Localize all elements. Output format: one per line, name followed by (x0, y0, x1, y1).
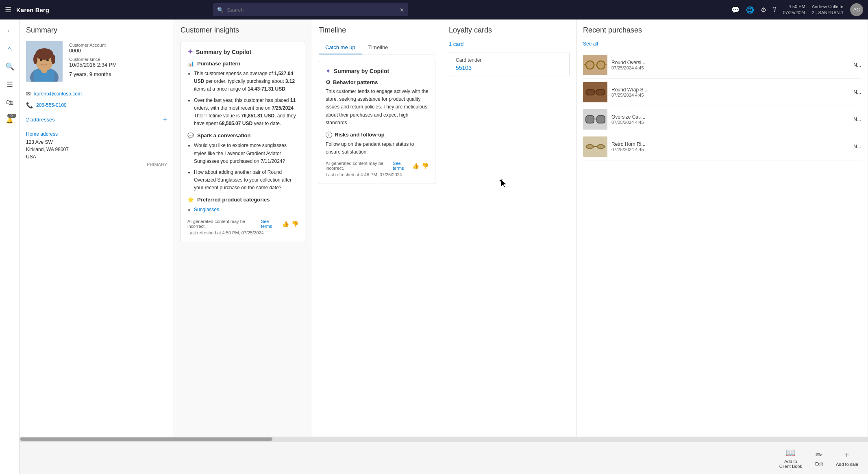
add-address-button[interactable]: + (163, 115, 167, 124)
back-button[interactable]: ← (2, 23, 18, 39)
list-icon[interactable]: ☰ (2, 76, 18, 93)
customer-photo (26, 41, 63, 82)
risks-body: Follow up on the pendant repair status t… (326, 141, 429, 156)
purchase-item-3: Oversize Cat-... 07/25/2024 4:45 N... (583, 106, 861, 133)
spark-body: Would you like to explore more sunglasse… (187, 142, 298, 192)
customer-meta: Customer Account 0000 Customer since 10/… (69, 41, 167, 82)
timeline-thumbs-down[interactable]: 👎 (422, 162, 429, 169)
horizontal-scrollbar[interactable] (20, 437, 868, 442)
purchase-info-1: Round Oversi... 07/25/2024 4:45 (611, 60, 849, 70)
risks-section: i Risks and follow-up Follow up on the p… (326, 132, 429, 156)
left-sidebar: ← ⌂ 🔍 ☰ 🛍 🔔 0 (0, 19, 20, 474)
svg-point-9 (46, 59, 49, 61)
thumbs-up-icon[interactable]: 👍 (282, 221, 289, 227)
addresses-header: 2 addresses + (26, 111, 167, 128)
address-text: 123 Ave SW Kirkland, WA 98007 USA (26, 139, 167, 160)
behavior-title: ⚙ Behavior patterns (326, 79, 429, 85)
timeline-title: Timeline (319, 26, 435, 35)
phone-link[interactable]: 206-555-0100 (36, 102, 67, 108)
search-sidebar-icon[interactable]: 🔍 (2, 58, 18, 75)
email-icon: ✉ (26, 91, 31, 97)
svg-point-6 (33, 54, 37, 64)
edit-label: Edit (815, 461, 823, 466)
purchase-price-3: N... (853, 117, 861, 122)
notifications-icon[interactable]: 🔔 0 (2, 112, 18, 128)
email-row: ✉ karenb@contoso.com (26, 88, 167, 100)
add-to-sale-icon: ＋ (843, 449, 851, 460)
clear-search-icon[interactable]: ✕ (400, 7, 404, 13)
timeline-tabs: Catch me up Timeline (319, 41, 435, 54)
phone-icon: 📞 (26, 102, 33, 108)
add-to-client-book-button[interactable]: 📖 Add to Client Book (779, 448, 802, 469)
timeline-copilot-footer: AI-generated content may be incorrect. S… (326, 161, 429, 171)
glasses-svg-3 (584, 113, 607, 126)
timeline-see-terms[interactable]: See terms (393, 161, 410, 171)
customer-header: Customer Account 0000 Customer since 10/… (26, 41, 167, 82)
svg-point-5 (35, 48, 53, 60)
purchase-thumb-3 (583, 109, 607, 130)
purchase-pattern-body: This customer spends an average of 1,537… (187, 70, 298, 128)
bottom-bar: 📖 Add to Client Book ✏ Edit ＋ Add to sal… (0, 442, 868, 474)
recent-purchases-title: Recent purchases (583, 26, 861, 35)
timeline-thumbs-up[interactable]: 👍 (412, 162, 419, 169)
purchase-pattern-title: 📊 Purchase pattern (187, 61, 298, 67)
spark-icon: 💬 (187, 132, 194, 139)
purchase-thumb-1 (583, 55, 607, 75)
purchase-price-2: N... (853, 89, 861, 95)
scrollbar-thumb[interactable] (20, 437, 272, 441)
sunglasses-link[interactable]: Sunglasses (194, 207, 219, 212)
purchase-pattern-icon: 📊 (187, 61, 194, 67)
help-icon[interactable]: ? (773, 6, 777, 13)
preferred-categories-title: ⭐ Preferred product categories (187, 197, 298, 203)
timeline-copilot-icon: ✦ (326, 68, 331, 74)
summary-panel: Summary (20, 19, 174, 474)
addresses-label: 2 addresses (26, 117, 55, 123)
hamburger-menu-icon[interactable]: ☰ (5, 5, 11, 14)
tab-catch-me-up[interactable]: Catch me up (319, 41, 362, 54)
svg-rect-18 (596, 89, 605, 95)
search-icon: 🔍 (217, 7, 224, 13)
timeline-copilot-card: ✦ Summary by Copilot ⚙ Behavior patterns… (319, 61, 435, 184)
search-bar[interactable]: 🔍 ✕ (213, 3, 408, 16)
avatar[interactable]: AC (850, 3, 863, 16)
loyalty-card-label: Card tender (456, 57, 563, 63)
purchase-item-2: Round Wrap S... 07/25/2024 4:45 N... (583, 79, 861, 106)
add-to-sale-button[interactable]: ＋ Add to sale (836, 449, 858, 467)
settings-icon[interactable]: ⚙ (761, 6, 766, 14)
edit-icon: ✏ (816, 450, 822, 460)
svg-rect-21 (597, 116, 605, 123)
edit-button[interactable]: ✏ Edit (815, 450, 823, 466)
svg-point-15 (587, 62, 593, 68)
chat-icon[interactable]: 💬 (731, 6, 740, 14)
email-link[interactable]: karenb@contoso.com (34, 91, 82, 97)
loyalty-title: Loyalty cards (449, 26, 570, 35)
insights-footer: AI-generated content may be incorrect. S… (187, 219, 298, 229)
bag-icon[interactable]: 🛍 (2, 94, 18, 110)
home-icon[interactable]: ⌂ (2, 41, 18, 57)
search-input[interactable] (227, 7, 400, 13)
see-terms-link[interactable]: See terms (261, 219, 280, 229)
risks-title: i Risks and follow-up (326, 132, 429, 138)
thumbs-down-icon[interactable]: 👎 (292, 221, 298, 227)
svg-point-8 (40, 59, 42, 61)
add-to-sale-label: Add to sale (836, 462, 858, 467)
glasses-svg-4 (584, 141, 607, 153)
glasses-svg-2 (584, 86, 607, 98)
purchase-price-4: N... (853, 144, 861, 149)
user-info: Andrew Collette 2 - SANFRAN-1 (812, 4, 844, 16)
globe-icon[interactable]: 🌐 (746, 6, 754, 14)
add-client-book-label: Add to Client Book (779, 459, 802, 469)
behavior-body: This customer tends to engage actively w… (326, 88, 429, 127)
svg-rect-17 (586, 89, 595, 95)
address-primary-badge: PRIMARY (26, 162, 167, 167)
tab-timeline[interactable]: Timeline (362, 41, 395, 54)
behavior-section: ⚙ Behavior patterns This customer tends … (326, 79, 429, 127)
behavior-icon: ⚙ (326, 79, 331, 85)
preferred-body: Sunglasses (187, 206, 298, 214)
timeline-last-refreshed: Last refreshed at 4:48 PM, 07/25/2024 (326, 172, 429, 177)
timeline-panel: Timeline Catch me up Timeline ✦ Summary … (312, 19, 442, 474)
glasses-svg-1 (584, 59, 607, 71)
see-all-link[interactable]: See all (583, 41, 861, 47)
purchase-info-3: Oversize Cat-... 07/25/2024 4:45 (611, 114, 849, 125)
loyalty-panel: Loyalty cards 1 card Card tender 55103 (442, 19, 576, 474)
